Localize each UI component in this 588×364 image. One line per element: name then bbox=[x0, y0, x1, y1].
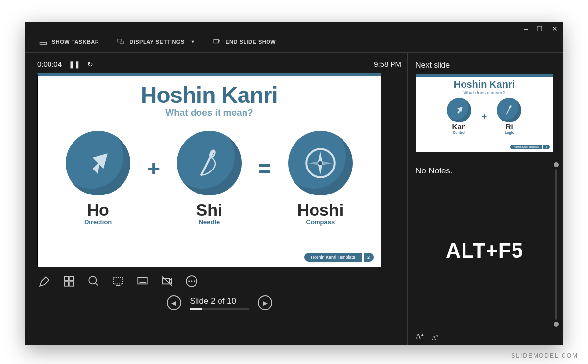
end-slideshow-label: END SLIDE SHOW bbox=[225, 39, 276, 45]
notes-scrollbar[interactable] bbox=[554, 162, 559, 327]
slide-title: Hoshin Kanri bbox=[38, 82, 381, 108]
elapsed-time: 0:00:04 bbox=[37, 60, 62, 68]
svg-point-31 bbox=[194, 281, 195, 282]
content-area: 0:00:04 ❚❚ ↻ 9:58 PM Hoshin Kanri What d… bbox=[25, 53, 563, 345]
term-shi: Shi Needle bbox=[170, 131, 248, 226]
next-slide-header: Next slide bbox=[416, 60, 554, 74]
slide-footer-number: 2 bbox=[364, 253, 374, 262]
show-taskbar-button[interactable]: SHOW TASKBAR bbox=[39, 38, 99, 46]
svg-rect-25 bbox=[162, 279, 169, 284]
display-settings-label: DISPLAY SETTINGS bbox=[129, 39, 185, 45]
term-ho: Ho Direction bbox=[59, 131, 137, 226]
chevron-down-icon: ▼ bbox=[191, 39, 195, 44]
plus-symbol: + bbox=[147, 155, 160, 201]
svg-rect-16 bbox=[70, 276, 74, 281]
svg-rect-21 bbox=[113, 277, 123, 284]
no-notes-label: No Notes. bbox=[416, 166, 554, 176]
subtitle-button[interactable] bbox=[136, 275, 149, 288]
keyboard-shortcut-overlay: ALT+F5 bbox=[416, 239, 554, 263]
presenter-view-window: – ❐ ✕ SHOW TASKBAR DISPLAY SETTINGS ▼ EN… bbox=[25, 22, 563, 345]
show-taskbar-label: SHOW TASKBAR bbox=[52, 39, 99, 45]
scroll-up-button[interactable] bbox=[554, 162, 559, 167]
see-all-slides-button[interactable] bbox=[63, 275, 75, 288]
more-options-button[interactable] bbox=[185, 275, 198, 288]
slide-progress bbox=[190, 308, 249, 310]
clock-time: 9:58 PM bbox=[374, 60, 401, 68]
arrow-icon bbox=[447, 98, 471, 122]
slide-subtitle: What does it mean? bbox=[38, 107, 381, 118]
zoom-button[interactable] bbox=[87, 275, 100, 288]
current-slide-stage[interactable]: Hoshin Kanri What does it mean? Ho Direc… bbox=[37, 73, 381, 267]
display-settings-button[interactable]: DISPLAY SETTINGS ▼ bbox=[117, 38, 195, 46]
slide-icon-row: Ho Direction + Shi Needle = bbox=[38, 131, 381, 226]
close-button[interactable]: ✕ bbox=[552, 25, 558, 33]
svg-line-27 bbox=[162, 276, 172, 286]
slide-counter: Slide 2 of 10 bbox=[190, 296, 249, 310]
next-slide-thumbnail[interactable]: Hoshin Kanri What does it mean? Kan Cont… bbox=[416, 74, 553, 152]
reset-timer-button[interactable]: ↻ bbox=[87, 60, 93, 68]
presenter-menubar: SHOW TASKBAR DISPLAY SETTINGS ▼ END SLID… bbox=[25, 33, 563, 53]
term-hoshi: Hoshi Compass bbox=[281, 131, 360, 226]
decrease-text-size-button[interactable]: A▾ bbox=[432, 334, 438, 341]
increase-text-size-button[interactable]: A▴ bbox=[416, 332, 424, 341]
prev-slide-button[interactable]: ◀ bbox=[167, 295, 181, 310]
slide-footer-label: Hoshin Kanri Template bbox=[304, 253, 362, 262]
svg-rect-17 bbox=[64, 282, 69, 286]
notes-text-size-controls: A▴ A▾ bbox=[416, 332, 438, 341]
display-settings-icon bbox=[117, 38, 124, 46]
plus-symbol: + bbox=[482, 111, 487, 121]
slide-footer-pill: Hoshin Kanri Template 2 bbox=[304, 253, 374, 262]
watermark: SLIDEMODEL.COM bbox=[511, 352, 578, 359]
svg-point-14 bbox=[318, 161, 322, 165]
svg-rect-0 bbox=[40, 42, 46, 44]
equals-symbol: = bbox=[258, 155, 271, 201]
svg-point-30 bbox=[191, 281, 193, 282]
svg-marker-32 bbox=[455, 105, 465, 114]
next-slide-button[interactable]: ▶ bbox=[258, 295, 272, 310]
scroll-track[interactable] bbox=[555, 169, 557, 320]
slide-footer-pill: Hoshin Kanri Template 3 bbox=[510, 145, 550, 149]
svg-rect-15 bbox=[64, 276, 69, 281]
end-slideshow-icon bbox=[213, 38, 220, 46]
svg-line-20 bbox=[95, 283, 98, 286]
arrow-icon bbox=[66, 131, 130, 195]
term-ri: Ri Logic bbox=[491, 98, 527, 134]
pause-timer-button[interactable]: ❚❚ bbox=[69, 60, 80, 68]
compass-icon bbox=[288, 131, 353, 195]
speaker-notes-area: No Notes. ALT+F5 A▴ A▾ bbox=[416, 160, 554, 341]
svg-point-29 bbox=[188, 281, 190, 282]
camera-off-button[interactable] bbox=[161, 275, 173, 288]
timer-row: 0:00:04 ❚❚ ↻ 9:58 PM bbox=[37, 60, 401, 73]
needle-icon bbox=[497, 98, 521, 122]
svg-marker-9 bbox=[87, 148, 113, 174]
maximize-button[interactable]: ❐ bbox=[537, 25, 543, 33]
presenter-tools bbox=[37, 267, 401, 290]
needle-icon bbox=[177, 131, 242, 195]
pen-tool-button[interactable] bbox=[38, 275, 51, 288]
term-kan: Kan Control bbox=[441, 98, 477, 134]
svg-rect-5 bbox=[120, 41, 123, 44]
minimize-button[interactable]: – bbox=[524, 25, 528, 33]
black-screen-button[interactable] bbox=[112, 275, 124, 288]
slide-counter-label: Slide 2 of 10 bbox=[190, 296, 237, 306]
current-slide-panel: 0:00:04 ❚❚ ↻ 9:58 PM Hoshin Kanri What d… bbox=[25, 53, 408, 345]
end-slideshow-button[interactable]: END SLIDE SHOW bbox=[213, 38, 276, 46]
taskbar-icon bbox=[39, 38, 47, 46]
window-controls: – ❐ ✕ bbox=[25, 22, 563, 33]
scroll-down-button[interactable] bbox=[554, 322, 559, 327]
next-slide-panel: Next slide Hoshin Kanri What does it mea… bbox=[408, 53, 563, 345]
slide-nav: ◀ Slide 2 of 10 ▶ bbox=[37, 290, 401, 314]
svg-rect-23 bbox=[138, 277, 147, 284]
svg-rect-18 bbox=[70, 282, 74, 286]
svg-point-19 bbox=[89, 276, 96, 284]
